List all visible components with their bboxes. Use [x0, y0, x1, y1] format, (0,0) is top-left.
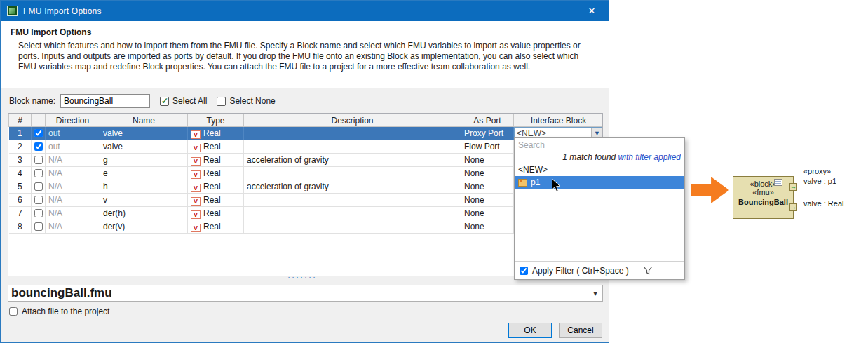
type-cell[interactable]: VReal [188, 140, 244, 154]
description-cell[interactable] [244, 167, 461, 180]
as-port-cell[interactable]: None [461, 180, 514, 194]
row-number-cell[interactable]: 8 [9, 220, 32, 234]
row-checkbox[interactable] [34, 209, 43, 217]
description-cell[interactable]: acceleration of gravity [244, 180, 461, 194]
dropdown-footer: Apply Filter ( Ctrl+Space ) [515, 261, 684, 279]
row-checkbox-cell[interactable] [32, 127, 46, 140]
cancel-button[interactable]: Cancel [559, 323, 602, 338]
apply-filter-checkbox[interactable]: Apply Filter ( Ctrl+Space ) [520, 266, 629, 276]
dropdown-option[interactable]: p1 [515, 176, 684, 189]
block-name-input[interactable] [60, 94, 150, 108]
row-number-cell[interactable]: 1 [9, 127, 32, 140]
description-cell[interactable] [244, 207, 461, 220]
column-header[interactable]: As Port [461, 114, 514, 127]
direction-cell[interactable]: out [46, 140, 100, 154]
dropdown-option[interactable]: <NEW> [515, 163, 684, 176]
as-port-cell[interactable]: None [461, 194, 514, 207]
row-checkbox-cell[interactable] [32, 220, 46, 234]
select-all-icon [160, 97, 169, 106]
description-cell[interactable] [244, 127, 461, 140]
type-cell[interactable]: VReal [188, 154, 244, 167]
row-checkbox-cell[interactable] [32, 154, 46, 167]
as-port-cell[interactable]: Flow Port [461, 140, 514, 154]
as-port-cell[interactable]: None [461, 220, 514, 234]
name-cell[interactable]: der(h) [100, 207, 188, 220]
bouncingball-block[interactable]: «block» «fmu» BouncingBall → → [733, 176, 794, 219]
name-cell[interactable]: h [100, 180, 188, 194]
type-cell[interactable]: VReal [188, 207, 244, 220]
column-header[interactable] [32, 114, 46, 127]
screen: FMU Import Options ✕ FMU Import Options … [0, 0, 868, 343]
column-header[interactable]: Interface Block [514, 114, 604, 127]
description-cell[interactable]: acceleration of gravity [244, 154, 461, 167]
row-checkbox[interactable] [34, 142, 43, 151]
row-checkbox-cell[interactable] [32, 207, 46, 220]
name-cell[interactable]: g [100, 154, 188, 167]
type-cell[interactable]: VReal [188, 167, 244, 180]
row-checkbox-cell[interactable] [32, 194, 46, 207]
ok-button[interactable]: OK [508, 323, 552, 338]
attach-file-checkbox[interactable]: Attach file to the project [9, 307, 109, 316]
apply-filter-checkbox-input[interactable] [520, 267, 528, 275]
chevron-down-icon[interactable]: ▾ [588, 289, 602, 298]
row-number-cell[interactable]: 2 [9, 140, 32, 154]
column-header[interactable]: # [9, 114, 32, 127]
description-cell[interactable] [244, 220, 461, 234]
row-number-cell[interactable]: 6 [9, 194, 32, 207]
close-icon[interactable]: ✕ [581, 1, 602, 21]
block-stereotype: «block» [733, 180, 793, 188]
row-number-cell[interactable]: 5 [9, 180, 32, 194]
name-cell[interactable]: e [100, 167, 188, 180]
name-cell[interactable]: valve [100, 140, 188, 154]
row-checkbox[interactable] [34, 156, 43, 164]
direction-cell[interactable]: N/A [46, 207, 100, 220]
row-checkbox-cell[interactable] [32, 140, 46, 154]
row-checkbox[interactable] [34, 129, 43, 137]
type-cell[interactable]: VReal [188, 194, 244, 207]
direction-cell[interactable]: N/A [46, 180, 100, 194]
select-all-label: Select All [172, 96, 207, 106]
select-all-button[interactable]: Select All [160, 96, 207, 106]
direction-cell[interactable]: N/A [46, 154, 100, 167]
row-checkbox[interactable] [34, 222, 43, 231]
direction-cell[interactable]: out [46, 127, 100, 140]
description-cell[interactable] [244, 194, 461, 207]
block-name-row: Block name: Select All Select None [9, 94, 276, 108]
titlebar[interactable]: FMU Import Options ✕ [1, 1, 609, 21]
column-header[interactable]: Name [100, 114, 188, 127]
as-port-cell[interactable]: None [461, 154, 514, 167]
fmu-file-combo[interactable]: bouncingBall.fmu ▾ [8, 285, 603, 302]
row-checkbox-cell[interactable] [32, 180, 46, 194]
name-cell[interactable]: der(v) [100, 220, 188, 234]
row-checkbox[interactable] [34, 169, 43, 177]
row-checkbox[interactable] [34, 182, 43, 191]
name-cell[interactable]: valve [100, 127, 188, 140]
filter-icon[interactable] [643, 266, 653, 275]
search-input[interactable] [515, 138, 684, 152]
row-number-cell[interactable]: 7 [9, 207, 32, 220]
splitter-handle[interactable]: ·············· [284, 275, 320, 281]
direction-cell[interactable]: N/A [46, 167, 100, 180]
type-cell[interactable]: VReal [188, 127, 244, 140]
select-none-button[interactable]: Select None [217, 96, 275, 106]
row-checkbox[interactable] [34, 196, 43, 204]
flow-port-icon[interactable]: → [789, 203, 797, 211]
as-port-cell[interactable]: None [461, 167, 514, 180]
column-header[interactable]: Description [244, 114, 461, 127]
row-number-cell[interactable]: 4 [9, 167, 32, 180]
type-cell[interactable]: VReal [188, 180, 244, 194]
as-port-cell[interactable]: Proxy Port [461, 127, 514, 140]
row-checkbox-cell[interactable] [32, 167, 46, 180]
column-header[interactable]: Direction [46, 114, 100, 127]
direction-cell[interactable]: N/A [46, 194, 100, 207]
row-number-cell[interactable]: 3 [9, 154, 32, 167]
name-cell[interactable]: v [100, 194, 188, 207]
proxy-port-icon[interactable]: → [789, 183, 797, 191]
as-port-cell[interactable]: None [461, 207, 514, 220]
column-header[interactable]: Type [188, 114, 244, 127]
description-cell[interactable] [244, 140, 461, 154]
attach-file-checkbox-input[interactable] [9, 307, 18, 316]
direction-cell[interactable]: N/A [46, 220, 100, 234]
value-type-icon: V [191, 210, 201, 219]
type-cell[interactable]: VReal [188, 220, 244, 234]
